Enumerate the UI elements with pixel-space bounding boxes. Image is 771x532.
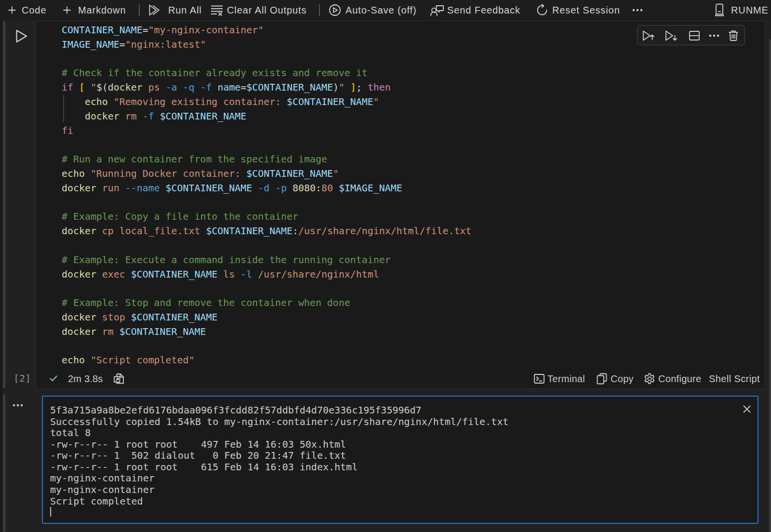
code-token: -d xyxy=(258,183,269,194)
toolbar-label-reset-session: Reset Session xyxy=(552,0,620,20)
focused-cell-indicator[interactable] xyxy=(3,21,5,388)
toolbar-label-add-code: Code xyxy=(22,0,46,20)
code-token: stop xyxy=(102,312,125,323)
toolbar-item-more-actions[interactable] xyxy=(632,0,643,20)
code-token xyxy=(252,269,258,280)
collapse-output-button[interactable] xyxy=(13,400,25,408)
more-cell-actions-button[interactable] xyxy=(708,29,720,42)
terminal-button[interactable] xyxy=(533,373,548,385)
code-token: docker xyxy=(85,111,120,122)
code-token: IMAGE_NAME xyxy=(62,39,120,50)
toolbar-label-send-feedback: Send Feedback xyxy=(447,0,520,20)
split-cell-button[interactable] xyxy=(688,29,701,42)
code-token: docker xyxy=(108,82,143,93)
code-token: ] xyxy=(350,82,356,93)
output-line: -rw-r--r-- 1 502 dialout 0 Feb 20 21:47 … xyxy=(50,450,508,462)
export-output-icon[interactable] xyxy=(113,373,125,385)
ellipsis-icon xyxy=(709,34,719,37)
code-token: " xyxy=(91,82,96,93)
run-below-icon xyxy=(665,30,678,41)
code-token xyxy=(235,269,240,280)
toolbar-item-add-code[interactable] xyxy=(8,0,16,20)
terminal-cursor xyxy=(50,507,51,517)
copy-button[interactable] xyxy=(597,373,611,385)
code-token: /usr/share/nginx/html/file.txt xyxy=(298,226,471,237)
toolbar-item-reset-session[interactable] xyxy=(536,0,548,20)
run-cell-button[interactable] xyxy=(15,29,28,43)
code-token xyxy=(137,111,143,122)
code-line: # Check if the container already exists … xyxy=(62,66,471,80)
code-token: -f xyxy=(200,82,212,93)
runme-logo-icon-item[interactable] xyxy=(714,0,725,20)
code-token xyxy=(177,82,183,93)
code-token xyxy=(73,82,79,93)
configure-label: Configure xyxy=(658,373,701,385)
toolbar-item-add-markdown[interactable] xyxy=(63,0,71,20)
code-token: = xyxy=(240,82,246,93)
code-token: $CONTAINER_NAME xyxy=(131,312,218,323)
code-token: $CONTAINER_NAME xyxy=(246,168,333,179)
code-line: echo "Script completed" xyxy=(62,353,471,368)
code-token: --name xyxy=(125,183,160,194)
copy-label: Copy xyxy=(611,373,634,385)
close-output-icon[interactable] xyxy=(743,405,751,413)
toolbar-item-send-feedback[interactable] xyxy=(430,0,444,20)
execute-cell-and-below-button[interactable] xyxy=(665,29,678,42)
code-token: -p xyxy=(275,183,287,194)
code-token xyxy=(212,82,217,93)
toolbar-label-clear-outputs: Clear All Outputs xyxy=(227,0,306,20)
code-line: docker rm -f $CONTAINER_NAME xyxy=(62,109,471,124)
output-line: -rw-r--r-- 1 root root 615 Feb 14 16:03 … xyxy=(50,462,508,473)
code-token xyxy=(125,269,131,280)
code-line: if [ "$(docker ps -a -q -f name=$CONTAIN… xyxy=(62,80,471,95)
code-token: /usr/share/nginx/html xyxy=(258,269,379,280)
code-token: "nginx:latest" xyxy=(125,39,206,50)
toolbar-item-clear-outputs[interactable] xyxy=(210,0,224,20)
execute-above-button[interactable] xyxy=(642,29,655,42)
output-line: Successfully copied 1.54kB to my-nginx-c… xyxy=(50,416,508,428)
code-token: 8080 xyxy=(292,183,316,194)
code-token xyxy=(143,82,148,93)
code-token xyxy=(96,326,102,337)
runme-logo-icon xyxy=(714,3,725,17)
code-token: $CONTAINER_NAME xyxy=(166,183,253,194)
cell-output-terminal[interactable]: 5f3a715a9a8be2efd6176bdaa096f3fcdd82f57d… xyxy=(42,396,758,524)
output-line: 5f3a715a9a8be2efd6176bdaa096f3fcdd82f57d… xyxy=(50,405,508,416)
notebook-scrollbar[interactable] xyxy=(769,40,771,532)
code-token: ls xyxy=(223,269,235,280)
toolbar-label-add-markdown: Markdown xyxy=(78,0,126,20)
code-token: docker xyxy=(62,312,96,323)
plus-icon xyxy=(8,6,16,14)
code-token xyxy=(85,168,91,179)
code-token: [ xyxy=(79,82,85,93)
cell-code-editor[interactable]: CONTAINER_NAME="my-nginx-container"IMAGE… xyxy=(62,23,471,368)
code-token: docker xyxy=(62,183,96,194)
code-token xyxy=(62,96,85,107)
code-token: rm xyxy=(102,326,114,337)
code-token xyxy=(114,226,120,237)
code-token: "Removing existing container: xyxy=(114,96,287,107)
configure-button[interactable] xyxy=(644,373,659,385)
code-token: $( xyxy=(96,82,108,93)
code-token: " xyxy=(339,82,345,93)
gear-icon xyxy=(644,373,655,385)
code-token: docker xyxy=(62,226,96,237)
output-line: total 8 xyxy=(50,427,508,439)
cell-language-label[interactable]: Shell Script xyxy=(709,373,760,385)
code-token xyxy=(362,82,368,93)
toolbar-item-auto-save[interactable] xyxy=(329,0,341,20)
toolbar-item-run-all[interactable] xyxy=(148,0,161,20)
delete-cell-button[interactable] xyxy=(727,29,740,42)
code-token xyxy=(96,183,102,194)
code-token: # Example: Copy a file into the containe… xyxy=(62,211,298,222)
code-token xyxy=(333,183,339,194)
trash-icon xyxy=(728,30,739,41)
code-token: -a xyxy=(166,82,177,93)
code-token: : xyxy=(316,183,321,194)
code-line: CONTAINER_NAME="my-nginx-container" xyxy=(62,23,471,38)
toolbar-label-auto-save: Auto-Save (off) xyxy=(346,0,417,20)
code-token xyxy=(269,183,275,194)
focused-cell-output-indicator[interactable] xyxy=(3,394,5,532)
code-token xyxy=(85,355,91,366)
code-token xyxy=(200,226,206,237)
